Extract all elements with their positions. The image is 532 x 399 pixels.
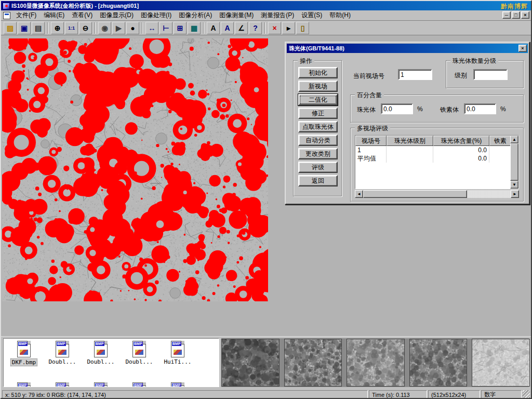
bmp-badge: BMP xyxy=(172,383,181,387)
toolbar-separator xyxy=(95,22,96,34)
scroll-left-button[interactable]: ◄ xyxy=(355,190,363,198)
grade-button[interactable]: 评级 xyxy=(298,162,338,173)
ruler-button[interactable]: ▯ xyxy=(296,22,309,34)
new-field-button[interactable]: 新视场 xyxy=(298,81,338,92)
text-label-icon: A xyxy=(210,24,216,32)
menu-settings[interactable]: 设置(S) xyxy=(298,10,326,21)
angle-button[interactable]: ∠ xyxy=(235,22,248,34)
operation-buttons: 初始化新视场二值化修正点取珠光体自动分类更改类别评级返回 xyxy=(298,67,338,187)
grade-group-label: 珠光体数量分级 xyxy=(450,57,498,65)
column-header-0[interactable]: 视场号 xyxy=(355,136,387,146)
thumbnail-art xyxy=(174,350,182,355)
toolbar: ▨▣▤⊕1:1⊖◉▶●↔⊢⊞▦AA∠?×▸▯ xyxy=(1,21,531,35)
pick-pearlite-button[interactable]: 点取珠光体 xyxy=(298,121,338,132)
correct-button[interactable]: 修正 xyxy=(298,108,338,119)
thumbnail-5[interactable] xyxy=(472,339,530,387)
column-header-2[interactable]: 珠光体含量(%) xyxy=(433,136,489,146)
column-header-3[interactable]: 铁素 xyxy=(489,136,510,146)
table-row[interactable]: 10.0 xyxy=(355,146,510,154)
file-item[interactable]: BMP xyxy=(43,382,82,387)
bmp-badge: BMP xyxy=(57,383,66,387)
actual-size-icon: 1:1 xyxy=(68,25,75,31)
mdi-minimize-button[interactable]: ─ xyxy=(502,11,511,19)
thumbnail-3[interactable] xyxy=(347,339,405,387)
file-item[interactable]: BMPDoubl... xyxy=(120,341,158,366)
zoom-in-button[interactable]: ⊕ xyxy=(51,22,64,34)
scroll-down-button[interactable]: ▼ xyxy=(510,181,518,189)
table-cell: 0.0 xyxy=(433,154,489,163)
multi-field-group: 多视场评级 视场号珠光体级别珠光体含量(%)铁素 10.0平均值0.0 ▲ ▼ … xyxy=(350,128,524,202)
menu-image-display[interactable]: 图像显示(D) xyxy=(96,10,137,21)
menu-image-processing[interactable]: 图像处理(I) xyxy=(137,10,175,21)
vertical-scrollbar[interactable]: ▲ ▼ xyxy=(510,136,518,189)
mdi-close-button[interactable]: × xyxy=(521,11,529,19)
measure-width-button[interactable]: ↔ xyxy=(145,22,158,34)
multi-field-group-label: 多视场评级 xyxy=(355,124,390,133)
open-button[interactable]: ▨ xyxy=(4,22,17,34)
vertical-scroll-thumb[interactable] xyxy=(510,143,518,181)
measure-caliper-button[interactable]: ⊢ xyxy=(159,22,172,34)
menu-help[interactable]: 帮助(H) xyxy=(326,10,354,21)
horizontal-scrollbar[interactable]: ◄ ► xyxy=(355,190,519,198)
menu-file[interactable]: 文件(F) xyxy=(12,10,40,21)
menu-image-analysis[interactable]: 图像分析(A) xyxy=(175,10,216,21)
horizontal-scroll-thumb[interactable] xyxy=(363,190,467,198)
document-icon[interactable] xyxy=(3,12,10,19)
menu-measurement-report[interactable]: 测量报告(P) xyxy=(257,10,298,21)
mdi-restore-button[interactable]: □ xyxy=(512,11,520,19)
return-button[interactable]: 返回 xyxy=(298,175,338,187)
bmp-file-icon: BMP xyxy=(171,341,184,357)
actual-size-button[interactable]: 1:1 xyxy=(65,22,78,34)
print-button[interactable]: ▤ xyxy=(32,22,45,34)
file-item[interactable]: BMP xyxy=(82,382,120,387)
scroll-up-button[interactable]: ▲ xyxy=(510,136,518,143)
ferrite-percent-input[interactable] xyxy=(464,103,496,114)
zoom-out-button[interactable]: ⊖ xyxy=(79,22,92,34)
bmp-file-icon: BMP xyxy=(17,382,31,387)
column-header-1[interactable]: 珠光体级别 xyxy=(387,136,433,146)
video-button[interactable]: ▶ xyxy=(112,22,125,34)
pearlite-percent-input[interactable] xyxy=(381,103,413,114)
grade-input[interactable] xyxy=(473,69,508,80)
thumbnail-art xyxy=(20,350,28,355)
thumbnail-1[interactable] xyxy=(221,339,280,387)
pearlite-dialog: 珠光体(GB/T9441-88) × 操作 初始化新视场二值化修正点取珠光体自动… xyxy=(285,42,530,205)
scroll-right-button[interactable]: ► xyxy=(511,190,519,198)
help-button[interactable]: ? xyxy=(249,22,262,34)
file-item[interactable]: BMP xyxy=(120,382,158,387)
toolbar-separator xyxy=(203,22,204,34)
menu-view[interactable]: 查看(V) xyxy=(68,10,96,21)
capture-button[interactable]: ● xyxy=(126,22,139,34)
initialize-button[interactable]: 初始化 xyxy=(298,67,338,78)
save-button[interactable]: ▣ xyxy=(18,22,31,34)
current-field-input[interactable] xyxy=(398,69,432,80)
measure-grid-button[interactable]: ⊞ xyxy=(174,22,187,34)
thumbnail-2[interactable] xyxy=(284,339,342,387)
file-item[interactable]: BMPDKF.bmp xyxy=(5,341,43,366)
bmp-badge: BMP xyxy=(57,342,66,346)
file-item[interactable]: BMPDoubl... xyxy=(82,341,120,366)
auto-classify-button[interactable]: 自动分类 xyxy=(298,135,338,146)
resize-grip[interactable] xyxy=(523,390,530,399)
file-item[interactable]: BMPHuiTi... xyxy=(158,341,197,366)
grid-button[interactable]: ▦ xyxy=(188,22,201,34)
page-fold xyxy=(181,341,184,344)
metallographic-image[interactable] xyxy=(2,38,268,301)
camera-button[interactable]: ◉ xyxy=(98,22,111,34)
file-item[interactable]: BMP xyxy=(5,382,43,387)
dialog-close-button[interactable]: × xyxy=(518,45,527,52)
cut-button[interactable]: × xyxy=(268,22,281,34)
page-fold xyxy=(65,382,69,386)
text-style-button[interactable]: A xyxy=(221,22,234,34)
text-label-button[interactable]: A xyxy=(207,22,220,34)
menu-edit[interactable]: 编辑(E) xyxy=(40,10,68,21)
change-class-button[interactable]: 更改类别 xyxy=(298,148,338,159)
menu-image-measurement[interactable]: 图像测量(M) xyxy=(216,10,257,21)
pearlite-unit: % xyxy=(417,105,423,113)
pointer-button[interactable]: ▸ xyxy=(282,22,295,34)
file-item[interactable]: BMPDoubl... xyxy=(43,341,82,366)
table-row[interactable]: 平均值0.0 xyxy=(355,154,510,163)
binarize-button[interactable]: 二值化 xyxy=(298,94,338,105)
file-item[interactable]: BMP xyxy=(158,382,197,387)
thumbnail-4[interactable] xyxy=(409,339,468,387)
